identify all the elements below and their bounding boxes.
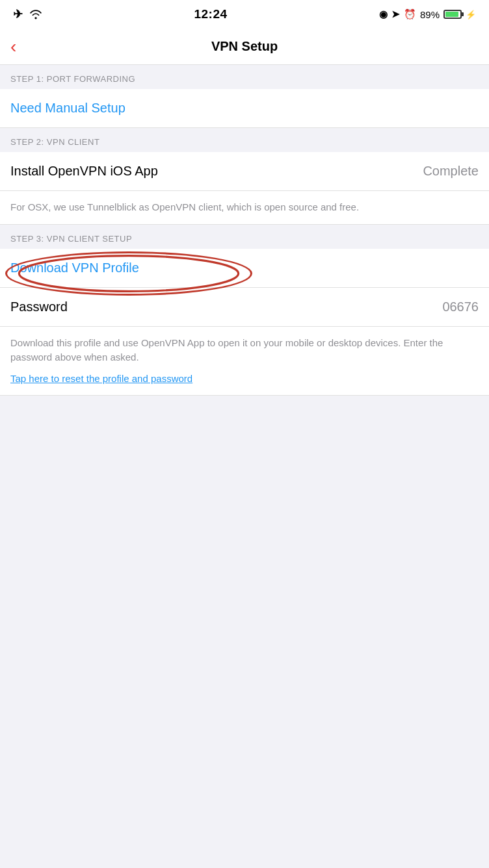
battery-indicator bbox=[443, 10, 462, 19]
password-value: 06676 bbox=[442, 300, 479, 314]
osx-description-cell: For OSX, we use Tunnelblick as OpenVPN c… bbox=[0, 191, 489, 225]
battery-percent: 89% bbox=[420, 9, 440, 20]
back-button[interactable]: ‹ bbox=[10, 38, 16, 56]
osx-description-text: For OSX, we use Tunnelblick as OpenVPN c… bbox=[10, 201, 359, 212]
battery-icon bbox=[443, 10, 462, 19]
install-openvpn-label: Install OpenVPN iOS App bbox=[10, 164, 158, 179]
password-label: Password bbox=[10, 300, 68, 314]
password-row: Password 06676 bbox=[0, 288, 489, 327]
alarm-icon: ⏰ bbox=[404, 8, 416, 20]
download-vpn-profile-cell[interactable]: Download VPN Profile bbox=[0, 249, 489, 288]
step2-header: STEP 2: VPN CLIENT bbox=[0, 128, 489, 152]
page-title: VPN Setup bbox=[211, 39, 278, 54]
install-openvpn-value: Complete bbox=[423, 164, 479, 179]
battery-fill bbox=[445, 12, 458, 17]
install-openvpn-row: Install OpenVPN iOS App Complete bbox=[0, 152, 489, 191]
bottom-spacer bbox=[0, 396, 489, 656]
profile-description-cell: Download this profile and use OpenVPN Ap… bbox=[0, 327, 489, 396]
status-bar: ✈ 12:24 ◉ ➤ ⏰ 89% ⚡ bbox=[0, 0, 489, 29]
airplane-icon: ✈ bbox=[13, 7, 23, 21]
download-vpn-inner[interactable]: Download VPN Profile bbox=[0, 249, 489, 287]
reset-profile-link[interactable]: Tap here to reset the profile and passwo… bbox=[10, 372, 479, 387]
need-manual-setup-link[interactable]: Need Manual Setup bbox=[10, 101, 126, 115]
download-vpn-profile-link[interactable]: Download VPN Profile bbox=[10, 261, 139, 275]
step3-header: STEP 3: VPN CLIENT SETUP bbox=[0, 225, 489, 249]
nav-bar: ‹ VPN Setup bbox=[0, 29, 489, 65]
step1-need-manual-setup-cell[interactable]: Need Manual Setup bbox=[0, 89, 489, 128]
status-right-icons: ◉ ➤ ⏰ 89% ⚡ bbox=[379, 8, 476, 20]
arrow-icon: ➤ bbox=[391, 8, 400, 20]
status-time: 12:24 bbox=[194, 7, 227, 21]
step1-header: STEP 1: PORT FORWARDING bbox=[0, 65, 489, 89]
location-icon: ◉ bbox=[379, 8, 388, 20]
profile-description-text: Download this profile and use OpenVPN Ap… bbox=[10, 337, 443, 363]
wifi-icon bbox=[29, 9, 42, 19]
charging-icon: ⚡ bbox=[466, 10, 476, 19]
status-left-icons: ✈ bbox=[13, 7, 42, 21]
